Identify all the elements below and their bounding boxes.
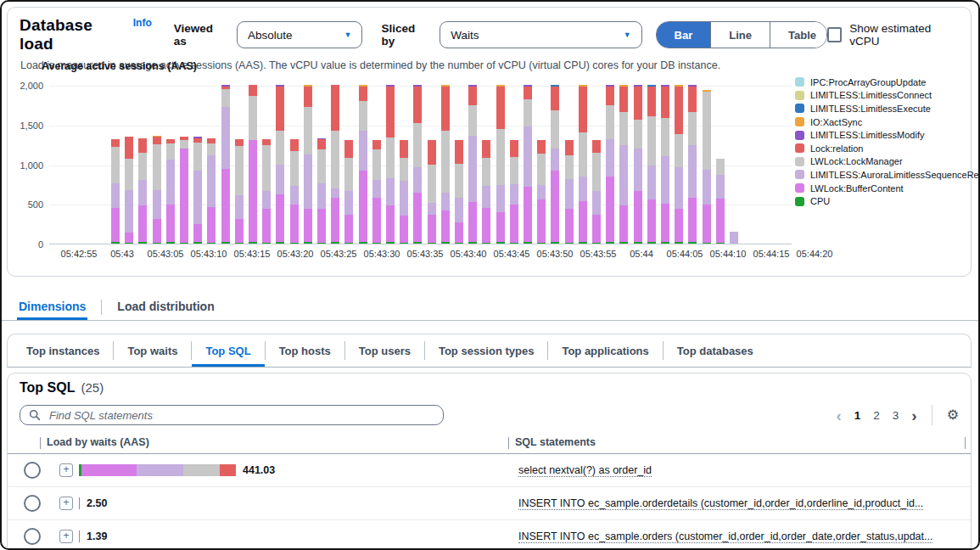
next-page-icon[interactable]: › <box>911 407 916 424</box>
chart-bar[interactable] <box>661 85 669 244</box>
search-input[interactable] <box>48 408 434 423</box>
legend-item[interactable]: LWLock:BufferContent <box>795 182 979 195</box>
chart-bar[interactable] <box>138 138 147 244</box>
view-toggle-bar[interactable]: Bar <box>657 22 711 48</box>
subtab-top-hosts[interactable]: Top hosts <box>266 334 344 367</box>
chart-bar[interactable] <box>235 139 244 244</box>
chart-bar[interactable] <box>344 140 353 244</box>
chart-bar[interactable] <box>153 136 161 244</box>
chart-bar[interactable] <box>359 85 367 244</box>
page-3[interactable]: 3 <box>893 409 899 422</box>
page-1[interactable]: 1 <box>854 409 861 422</box>
chart-bar[interactable] <box>386 85 395 244</box>
chart-bar[interactable] <box>290 139 299 244</box>
chart-bar[interactable] <box>441 85 450 244</box>
bar-segment <box>496 129 505 184</box>
legend-item[interactable]: LIMITLESS:LimitlessConnect <box>795 89 979 103</box>
legend-item[interactable]: Lock:relation <box>795 142 979 155</box>
legend-item[interactable]: LIMITLESS:LimitlessExecute <box>795 102 979 115</box>
viewed-as-select[interactable]: Absolute ▼ <box>237 21 362 48</box>
bar-segment <box>262 209 271 242</box>
bar-segment <box>153 190 161 219</box>
gear-icon[interactable]: ⚙ <box>947 408 959 422</box>
subtab-top-session-types[interactable]: Top session types <box>425 334 547 367</box>
subtab-top-waits[interactable]: Top waits <box>114 334 191 367</box>
chart-bar[interactable] <box>276 85 284 244</box>
chart-bar[interactable] <box>125 137 133 244</box>
bar-segment <box>290 205 299 243</box>
chart-bar[interactable] <box>372 140 381 244</box>
chart-bar[interactable] <box>565 140 574 244</box>
sql-statement-link[interactable]: INSERT INTO ec_sample.orderdetails (cust… <box>518 497 923 510</box>
expand-icon[interactable]: + <box>59 463 73 477</box>
row-radio[interactable] <box>24 495 41 512</box>
subtab-top-users[interactable]: Top users <box>345 334 424 367</box>
chart-bar[interactable] <box>166 139 175 244</box>
chart-bar[interactable] <box>688 85 697 244</box>
view-toggle-table[interactable]: Table <box>770 22 827 48</box>
subtab-top-instances[interactable]: Top instances <box>13 334 113 367</box>
prev-page-icon[interactable]: ‹ <box>836 407 841 424</box>
chart-bar[interactable] <box>619 85 628 244</box>
legend-item[interactable]: LIMITLESS:AuroraLimitlessSequenceRe <box>795 168 979 182</box>
chart-bar[interactable] <box>317 138 326 244</box>
chart-bar[interactable] <box>524 85 532 244</box>
tab-dimensions[interactable]: Dimensions <box>17 294 87 320</box>
legend-item[interactable]: IO:XactSync <box>795 115 979 129</box>
sql-statement-link[interactable]: INSERT INTO ec_sample.orders (customer_i… <box>518 530 932 543</box>
chart-bar[interactable] <box>180 137 188 244</box>
legend-item[interactable]: IPC:ProcArrayGroupUpdate <box>795 76 979 89</box>
row-radio[interactable] <box>24 462 41 479</box>
expand-icon[interactable]: + <box>59 530 73 543</box>
chart-bar[interactable] <box>510 140 518 244</box>
vcpu-checkbox[interactable] <box>827 27 842 42</box>
load-bar-segment <box>220 464 236 476</box>
chart-bar[interactable] <box>331 85 339 244</box>
sliced-by-select[interactable]: Waits ▼ <box>440 21 641 48</box>
chart-bar[interactable] <box>455 140 463 244</box>
subtab-top-applications[interactable]: Top applications <box>548 334 662 367</box>
chart-bar[interactable] <box>716 159 725 244</box>
chart-bar[interactable] <box>262 139 271 244</box>
chart-bar[interactable] <box>482 140 490 244</box>
chart-bar[interactable] <box>249 85 257 244</box>
subtab-top-databases[interactable]: Top databases <box>664 334 767 367</box>
legend-item[interactable]: CPU <box>795 194 979 208</box>
chart-bar[interactable] <box>537 140 546 244</box>
chart-bar[interactable] <box>111 139 120 244</box>
sql-statement-link[interactable]: select nextval(?) as order_id <box>518 464 652 477</box>
legend-item[interactable]: LWLock:LockManager <box>795 155 979 169</box>
chart-bar[interactable] <box>579 85 587 244</box>
chart-bar[interactable] <box>428 140 436 244</box>
tab-load-distribution[interactable]: Load distribution <box>115 294 216 320</box>
chart-bar[interactable] <box>647 85 656 244</box>
chart-bar[interactable] <box>551 85 559 244</box>
chart-bar[interactable] <box>496 85 505 244</box>
bar-segment <box>111 183 120 208</box>
sql-search[interactable] <box>20 405 444 425</box>
subtab-top-sql[interactable]: Top SQL <box>192 334 264 367</box>
chart-bar[interactable] <box>703 90 711 244</box>
bar-segment <box>221 169 230 242</box>
info-link[interactable]: Info <box>133 17 152 29</box>
chart-bar[interactable] <box>413 85 422 244</box>
row-radio[interactable] <box>24 528 41 545</box>
expand-icon[interactable]: + <box>59 497 73 510</box>
bar-segment <box>661 118 669 156</box>
chart-bar[interactable] <box>606 85 614 244</box>
chart-bar[interactable] <box>675 85 683 244</box>
legend-item[interactable]: LIMITLESS:LimitlessModify <box>795 128 979 142</box>
chart-bar[interactable] <box>207 138 216 244</box>
chart-bar[interactable] <box>730 232 738 244</box>
chart-bar[interactable] <box>193 137 202 244</box>
chart-bar[interactable] <box>221 85 230 244</box>
bar-segment <box>317 209 326 242</box>
chart-bar[interactable] <box>400 140 408 244</box>
chart-bar[interactable] <box>592 140 601 244</box>
view-toggle-line[interactable]: Line <box>710 22 770 48</box>
chart-bar[interactable] <box>304 85 312 244</box>
page-2[interactable]: 2 <box>873 409 880 422</box>
chart-bar[interactable] <box>468 85 477 244</box>
legend-label: LIMITLESS:LimitlessConnect <box>810 90 932 100</box>
chart-bar[interactable] <box>634 85 642 244</box>
